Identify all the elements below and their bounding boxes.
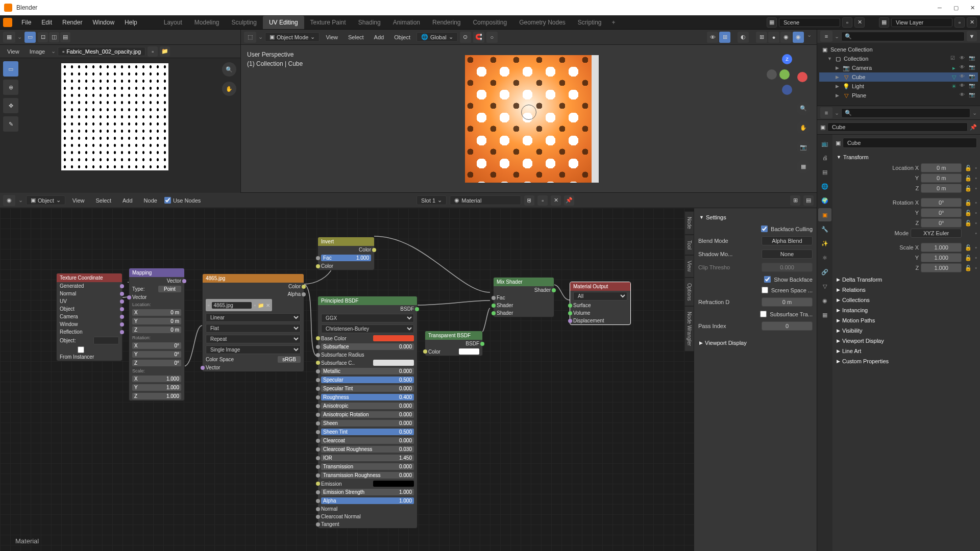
node-image-texture[interactable]: 4865.jpg Color Alpha ▫ 4865.jpg ▫ 📁 ✕ Li… <box>202 273 304 372</box>
bsdf-row[interactable]: Sheen Tint0.500 <box>318 428 417 436</box>
node-mix-shader[interactable]: Mix Shader Shader Fac Shader Shader <box>493 277 554 317</box>
sss-method-select[interactable]: Christensen-Burley <box>321 324 414 333</box>
uv-sticky-icon[interactable]: ◫ <box>49 32 59 42</box>
checkbox-icon[interactable]: ☑ <box>950 55 958 62</box>
tab-constraint-icon[interactable]: 🔗 <box>818 265 831 279</box>
eye-icon[interactable]: 👁 <box>960 73 967 81</box>
rot-y-field[interactable]: 0° <box>921 208 962 217</box>
eye-icon[interactable]: 👁 <box>960 92 967 99</box>
bsdf-row[interactable]: Subsurface C.. <box>318 359 417 367</box>
lock-icon[interactable]: 🔓 <box>964 218 973 228</box>
tab-scripting[interactable]: Scripting <box>572 16 608 29</box>
bsdf-row[interactable]: Base Color <box>318 334 417 342</box>
interp-select[interactable]: Linear <box>206 313 301 322</box>
render-icon[interactable]: 📷 <box>969 55 976 62</box>
uv-image-name[interactable]: ▫ Fabric_Mesh_002_opacity.jpg <box>58 47 145 56</box>
section-visibility[interactable]: ▶Visibility <box>836 325 977 336</box>
node-transparent-bsdf[interactable]: Transparent BSDF BSDF Color <box>425 331 483 356</box>
bsdf-row[interactable]: IOR1.450 <box>318 454 417 462</box>
eye-icon[interactable]: 👁 <box>960 55 967 62</box>
panel-settings[interactable]: ▼Settings <box>698 212 813 222</box>
zoom-icon[interactable]: 🔍 <box>796 101 811 115</box>
object-name-field[interactable]: Cube <box>827 122 968 132</box>
bsdf-row[interactable]: Roughness0.400 <box>318 393 417 402</box>
layer-delete-icon[interactable]: ✕ <box>967 17 977 28</box>
tree-item-light[interactable]: ▶💡 Light ☀ 👁📷 <box>819 82 978 91</box>
tree-item-plane[interactable]: ▶▽ Plane 👁📷 <box>819 91 978 100</box>
side-tab-nodewrangler[interactable]: Node Wrangler <box>684 306 694 352</box>
annotate-tool[interactable]: ✎ <box>3 116 18 132</box>
tab-texture-icon[interactable]: ▦ <box>818 308 831 321</box>
uv-menu-view[interactable]: View <box>3 47 23 56</box>
bsdf-row[interactable]: Subsurface0.000 <box>318 342 417 351</box>
viewport-3d[interactable]: User Perspective (1) Collection | Cube Z <box>241 45 817 192</box>
xray-icon[interactable]: ◐ <box>738 32 749 43</box>
menu-render[interactable]: Render <box>57 16 87 29</box>
blend-mode-select[interactable]: Alpha Blend <box>762 236 813 245</box>
shader-menu-select[interactable]: Select <box>91 196 115 205</box>
tab-texture-paint[interactable]: Texture Paint <box>304 16 352 29</box>
lock-icon[interactable]: 🔓 <box>964 243 973 252</box>
eye-icon[interactable]: 👁 <box>960 64 967 71</box>
node-invert[interactable]: Invert Color Fac1.000 Color <box>317 237 375 270</box>
orientation-selector[interactable]: 🌐 Global ⌄ <box>416 32 458 42</box>
screen-space-check[interactable] <box>762 287 768 293</box>
properties-search[interactable]: 🔍 <box>841 108 970 118</box>
rot-z-field[interactable]: 0° <box>921 218 962 228</box>
side-tab-options[interactable]: Options <box>684 278 694 306</box>
section-custom-properties[interactable]: ▶Custom Properties <box>836 356 977 366</box>
render-icon[interactable]: 📷 <box>969 92 976 99</box>
rotation-mode-select[interactable]: XYZ Euler <box>911 229 962 238</box>
panel-viewport-display[interactable]: ▶Viewport Display <box>698 338 813 348</box>
bsdf-row[interactable]: Specular0.500 <box>318 375 417 384</box>
shader-menu-add[interactable]: Add <box>118 196 137 205</box>
close-button[interactable]: ✕ <box>969 4 976 11</box>
tab-compositing[interactable]: Compositing <box>467 16 513 29</box>
menu-help[interactable]: Help <box>119 16 142 29</box>
loc-x-field[interactable]: 0 m <box>921 163 962 172</box>
object-data-name[interactable]: Cube <box>843 138 977 148</box>
axis-y[interactable] <box>779 69 790 80</box>
editor-type-icon[interactable]: ≡ <box>820 107 832 118</box>
snap-node-icon[interactable]: ⊞ <box>790 195 800 206</box>
scale-x-field[interactable]: 1.000 <box>921 243 962 252</box>
slot-select[interactable]: Slot 1 ⌄ <box>416 195 447 205</box>
select-mode-icon[interactable]: ▭ <box>24 32 36 43</box>
bsdf-row[interactable]: Alpha1.000 <box>318 496 417 505</box>
filter-icon[interactable]: ▼ <box>967 31 977 41</box>
maximize-button[interactable]: ▢ <box>952 4 960 11</box>
uv-island-icon[interactable]: ▤ <box>60 32 70 42</box>
shader-type-select[interactable]: ▣ Object ⌄ <box>26 195 65 205</box>
loc-y-field[interactable]: 0 m <box>921 173 962 183</box>
node-canvas[interactable]: Texture Coordinate Generated Normal UV O… <box>0 208 817 551</box>
tab-data-icon[interactable]: ▽ <box>818 280 831 293</box>
outliner-search[interactable]: 🔍 <box>841 32 965 41</box>
tab-physics-icon[interactable]: ⚛ <box>818 251 831 264</box>
side-tab-view[interactable]: View <box>684 255 694 278</box>
solid-shading-icon[interactable]: ● <box>768 32 779 43</box>
section-instancing[interactable]: ▶Instancing <box>836 305 977 315</box>
shadow-mode-select[interactable]: None <box>762 249 813 259</box>
vp-menu-object[interactable]: Object <box>390 33 414 42</box>
gizmo-toggle-icon[interactable]: 👁 <box>707 32 718 43</box>
section-delta-transform[interactable]: ▶Delta Transform <box>836 274 977 285</box>
side-tab-node[interactable]: Node <box>684 211 694 235</box>
refraction-depth-field[interactable]: 0 m <box>762 297 813 307</box>
editor-type-icon[interactable]: ⬚ <box>244 32 256 43</box>
outliner-tree[interactable]: ▣ Scene Collection ▼ ▢ Collection ☑👁📷 ▶📷… <box>817 43 980 106</box>
axis-neg-x[interactable] <box>767 69 777 80</box>
section-transform[interactable]: ▼Transform <box>836 152 977 162</box>
tab-layout[interactable]: Layout <box>158 16 188 29</box>
lock-icon[interactable]: 🔓 <box>964 163 973 172</box>
bsdf-row[interactable]: Emission <box>318 480 417 488</box>
tree-collection[interactable]: ▼ ▢ Collection ☑👁📷 <box>819 54 978 63</box>
tab-particle-icon[interactable]: ✨ <box>818 237 831 250</box>
editor-type-icon[interactable]: ▦ <box>3 32 15 43</box>
wireframe-shading-icon[interactable]: ⊞ <box>756 32 767 43</box>
overlay-toggle-icon[interactable]: ⊞ <box>719 32 730 43</box>
render-icon[interactable]: 📷 <box>969 64 976 71</box>
bsdf-row[interactable]: Transmission0.000 <box>318 462 417 471</box>
distribution-select[interactable]: GGX <box>321 314 414 322</box>
axis-x[interactable] <box>797 72 807 82</box>
tab-uv-editing[interactable]: UV Editing <box>263 16 304 29</box>
